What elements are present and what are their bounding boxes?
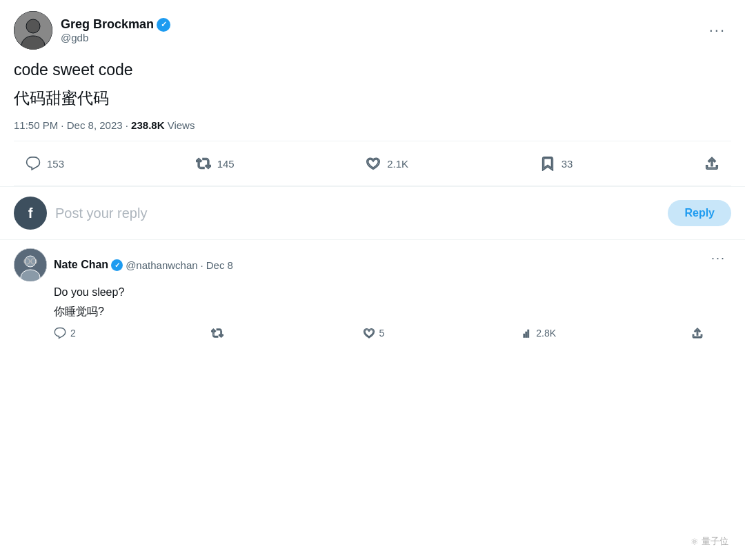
reply-count: 153 <box>47 158 64 170</box>
like-action[interactable]: 2.1K <box>354 150 419 177</box>
retweet-count: 145 <box>217 158 235 170</box>
more-options-button[interactable]: ··· <box>704 19 731 42</box>
reply-input-area: f Post your reply Reply <box>0 187 745 240</box>
comment-share-action[interactable] <box>691 327 704 339</box>
tweet-text-en: code sweet code <box>14 58 731 82</box>
reply-placeholder: Post your reply <box>55 206 147 221</box>
author-name[interactable]: Greg Brockman <box>61 17 154 32</box>
tweet-text-zh: 代码甜蜜代码 <box>14 86 731 110</box>
comment-container: Nate Chan ✓ @nathanwchan · Dec 8 ··· Do … <box>0 240 745 348</box>
author-info: Greg Brockman ✓ @gdb <box>61 17 170 43</box>
comment-author-name[interactable]: Nate Chan <box>54 259 108 271</box>
retweet-action[interactable]: 145 <box>184 150 246 177</box>
comment-more-options-button[interactable]: ··· <box>706 248 731 268</box>
reply-action[interactable]: 153 <box>14 150 75 177</box>
tweet-header: Greg Brockman ✓ @gdb ··· <box>14 11 731 50</box>
comment-like-action[interactable]: 5 <box>363 327 385 339</box>
comment-text-en: Do you sleep? <box>54 284 731 301</box>
svg-point-1 <box>26 19 40 33</box>
tweet-action-bar: 153 145 2.1K <box>14 141 731 186</box>
comment-header-left: Nate Chan ✓ @nathanwchan · Dec 8 <box>14 248 233 281</box>
tweet-header-left: Greg Brockman ✓ @gdb <box>14 11 170 50</box>
comment-action-bar: 2 5 2.8K <box>14 327 731 339</box>
like-icon <box>365 155 381 172</box>
bookmark-icon <box>539 155 556 172</box>
author-avatar[interactable] <box>14 11 52 50</box>
tweet-views-count: 238.8K <box>131 119 164 131</box>
comment-date: Dec 8 <box>206 259 233 271</box>
comment-name-row: Nate Chan ✓ @nathanwchan · Dec 8 <box>54 259 233 271</box>
tweet-container: Greg Brockman ✓ @gdb ··· code sweet code… <box>0 0 745 187</box>
reply-submit-button[interactable]: Reply <box>668 200 731 226</box>
tweet-views-label: Views <box>168 119 195 131</box>
comment-verified-icon: ✓ <box>111 259 123 271</box>
author-name-row: Greg Brockman ✓ <box>61 17 170 32</box>
watermark: ⚛ 量子位 <box>691 535 728 548</box>
comment-text-zh: 你睡觉吗? <box>54 303 731 320</box>
comment-reply-count: 2 <box>70 328 76 339</box>
comment-reply-action[interactable]: 2 <box>54 327 76 339</box>
comment-dot-separator: · <box>201 259 203 271</box>
tweet-meta: 11:50 PM · Dec 8, 2023 · 238.8K Views <box>14 119 731 131</box>
comment-header: Nate Chan ✓ @nathanwchan · Dec 8 ··· <box>14 248 731 281</box>
share-icon <box>704 155 720 172</box>
share-action[interactable] <box>693 150 731 177</box>
reply-icon <box>25 155 41 172</box>
comment-author-info: Nate Chan ✓ @nathanwchan · Dec 8 <box>54 259 233 271</box>
bookmark-action[interactable]: 33 <box>528 150 584 177</box>
author-handle[interactable]: @gdb <box>61 32 170 43</box>
comment-views-count: 2.8K <box>536 328 556 339</box>
bookmark-count: 33 <box>562 158 573 170</box>
comment-like-count: 5 <box>379 328 385 339</box>
reply-input-wrapper[interactable]: Post your reply <box>55 206 659 221</box>
comment-retweet-action[interactable] <box>211 327 228 339</box>
tweet-timestamp: 11:50 PM · Dec 8, 2023 · <box>14 119 131 131</box>
comment-views-action[interactable]: 2.8K <box>519 327 556 339</box>
comment-author-handle[interactable]: @nathanwchan <box>126 259 197 271</box>
comment-body: Do you sleep? 你睡觉吗? <box>14 284 731 320</box>
reply-user-avatar: f <box>14 197 47 230</box>
like-count: 2.1K <box>387 158 408 170</box>
comment-author-avatar[interactable] <box>14 248 47 281</box>
svg-point-5 <box>21 270 40 281</box>
verified-icon: ✓ <box>157 18 170 32</box>
watermark-icon: ⚛ <box>691 537 699 547</box>
retweet-icon <box>195 155 212 172</box>
watermark-text: 量子位 <box>702 535 728 548</box>
